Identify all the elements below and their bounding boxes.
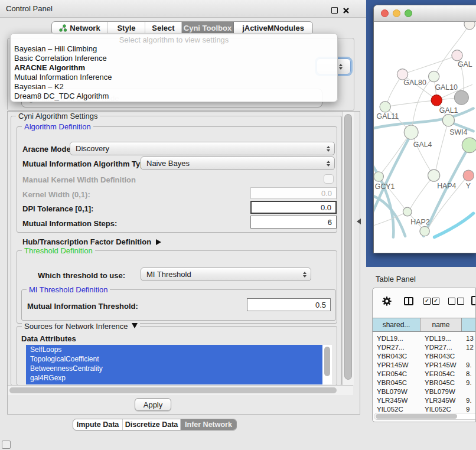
- float-window-icon[interactable]: [2, 441, 11, 449]
- hub-definition-toggle[interactable]: Hub/Transcription Factor Definition: [22, 237, 161, 246]
- mi-type-combo[interactable]: Naive Bayes: [141, 156, 335, 170]
- unchecked-checkbox-icon[interactable]: [457, 298, 464, 305]
- mi-threshold-label: Mutual Information Threshold:: [27, 302, 138, 311]
- algorithm-option[interactable]: Mutual Information Inference: [11, 73, 337, 82]
- column-header[interactable]: [462, 318, 476, 331]
- column-header[interactable]: shared...: [373, 318, 420, 331]
- network-node[interactable]: [462, 138, 476, 153]
- apply-button-label: Apply: [144, 400, 163, 409]
- list-item[interactable]: BetweennessCentrality: [26, 364, 322, 373]
- network-node[interactable]: [420, 226, 429, 236]
- list-item[interactable]: SelfLoops: [26, 345, 322, 354]
- kernel-width-input[interactable]: 0.0: [250, 187, 337, 199]
- split-columns-icon[interactable]: [404, 297, 413, 305]
- algorithm-option[interactable]: ARACNE Algorithm: [11, 63, 337, 73]
- document-icon[interactable]: [471, 296, 476, 305]
- table-cell: YBL079W: [420, 388, 462, 395]
- table-cell: YER054C: [373, 370, 420, 377]
- tab-infer-network[interactable]: Infer Network: [181, 419, 236, 430]
- table-horizontal-scrollbar[interactable]: [374, 413, 476, 420]
- network-node-gal1[interactable]: [431, 95, 442, 106]
- table-row[interactable]: YDL19...YDL19...13: [373, 334, 476, 343]
- network-node-gcy1[interactable]: [374, 172, 383, 181]
- table-row[interactable]: YDR27...YDR27...12: [373, 343, 476, 351]
- gear-icon[interactable]: [382, 296, 392, 309]
- settings-horizontal-scrollbar-thumb[interactable]: [9, 387, 337, 393]
- table-row[interactable]: YBR045CYBR045C9.: [373, 378, 476, 387]
- algorithm-option[interactable]: Dream8 DC_TDC Algorithm: [11, 92, 337, 101]
- sources-title-text: Sources for Network Inference: [24, 322, 128, 331]
- table-cell: YPR145W: [420, 361, 462, 369]
- algorithm-option[interactable]: Bayesian – Hill Climbing: [11, 44, 337, 54]
- zoom-light-icon[interactable]: [405, 9, 412, 17]
- network-canvas[interactable]: GALGAL80GAL10GAL1GAL11SWI4GAL4GCY1HAP4YH…: [374, 22, 476, 253]
- tab-discretize-data[interactable]: Discretize Data: [123, 419, 181, 430]
- network-node-hap4[interactable]: [428, 169, 440, 181]
- cyni-bottom-tabs: Impute DataDiscretize DataInfer Network: [73, 419, 237, 431]
- mi-steps-input[interactable]: 6: [250, 216, 337, 229]
- hub-definition-label: Hub/Transcription Factor Definition: [22, 237, 151, 246]
- mi-steps-label: Mutual Information Steps:: [22, 219, 117, 228]
- network-node[interactable]: [464, 22, 475, 30]
- network-node-gal11[interactable]: [380, 102, 390, 112]
- table-cell: 9.: [462, 361, 476, 369]
- algorithm-option[interactable]: Basic Correlation Inference: [11, 54, 337, 63]
- table-row[interactable]: YBL079WYBL079W: [373, 387, 476, 396]
- mi-threshold-input[interactable]: 0.5: [247, 298, 331, 311]
- network-node-swi4[interactable]: [442, 115, 454, 126]
- column-header[interactable]: name: [420, 318, 462, 331]
- restore-icon[interactable]: [331, 7, 338, 14]
- close-icon[interactable]: [343, 6, 350, 13]
- network-window: GALGAL80GAL10GAL1GAL11SWI4GAL4GCY1HAP4YH…: [373, 5, 476, 253]
- chevron-right-icon: [156, 239, 161, 245]
- threshold-definition-title: Threshold Definition: [22, 246, 95, 255]
- node-label-hap4: HAP4: [437, 182, 456, 190]
- apply-button[interactable]: Apply: [135, 398, 171, 411]
- network-node-gal10[interactable]: [428, 71, 439, 81]
- tab-impute-data[interactable]: Impute Data: [73, 419, 123, 430]
- aracne-mode-combo[interactable]: Discovery: [70, 142, 335, 155]
- manual-kernel-checkbox[interactable]: [324, 174, 334, 184]
- table-row[interactable]: YLR345WYLR345W9.: [373, 396, 476, 405]
- table-cell: 9.: [462, 397, 476, 404]
- network-node-gal4[interactable]: [404, 125, 418, 139]
- close-light-icon[interactable]: [381, 9, 389, 17]
- table-cell: YDL19...: [373, 335, 420, 342]
- unchecked-checkbox-icon[interactable]: [448, 298, 455, 305]
- network-edge: [379, 177, 406, 211]
- mi-threshold-value: 0.5: [315, 301, 326, 309]
- tab-network[interactable]: Network: [52, 22, 108, 34]
- which-threshold-combo[interactable]: MI Threshold: [141, 268, 311, 281]
- minimize-light-icon[interactable]: [393, 9, 400, 17]
- table-row[interactable]: YIL052CYIL052C9: [373, 405, 476, 413]
- tab-style[interactable]: Style: [108, 22, 145, 34]
- network-node-y[interactable]: [463, 170, 474, 181]
- tab-select[interactable]: Select: [145, 22, 182, 34]
- algorithm-option[interactable]: Bayesian – K2: [11, 82, 337, 92]
- splitter-collapse-icon[interactable]: [357, 219, 361, 224]
- table-row[interactable]: YPR145WYPR145W9.: [373, 360, 476, 369]
- checked-checkbox-icon[interactable]: ✓: [432, 298, 439, 305]
- node-label-gal80: GAL80: [403, 79, 426, 87]
- network-edge: [435, 213, 474, 237]
- data-attributes-list[interactable]: SelfLoopsTopologicalCoefficientBetweenne…: [26, 345, 332, 384]
- network-node-hap2[interactable]: [403, 207, 412, 216]
- list-item[interactable]: TopologicalCoefficient: [26, 354, 322, 364]
- dpi-tolerance-input[interactable]: 0.0: [250, 201, 337, 214]
- tab-jactivemnodules[interactable]: jActiveMNodules: [234, 22, 312, 34]
- tab-cyni-toolbox[interactable]: Cyni Toolbox: [182, 22, 234, 34]
- network-node-gal[interactable]: [452, 50, 462, 61]
- network-edge: [385, 100, 435, 107]
- tab-label: Select: [152, 24, 174, 32]
- network-node[interactable]: [454, 90, 468, 105]
- aracne-mode-label: Aracne Mode:: [22, 145, 73, 154]
- network-window-titlebar[interactable]: [374, 5, 476, 22]
- table-cell: 9.: [462, 379, 476, 386]
- list-scrollbar[interactable]: [324, 347, 330, 376]
- settings-vertical-scrollbar-thumb[interactable]: [344, 114, 352, 380]
- table-row[interactable]: YBR043CYBR043C: [373, 351, 476, 360]
- checked-checkbox-icon[interactable]: ✓: [423, 298, 431, 305]
- table-row[interactable]: YER054CYER054C8.: [373, 369, 476, 378]
- sources-group-title[interactable]: Sources for Network Inference: [22, 322, 140, 331]
- list-item[interactable]: gal4RGexp: [26, 373, 322, 383]
